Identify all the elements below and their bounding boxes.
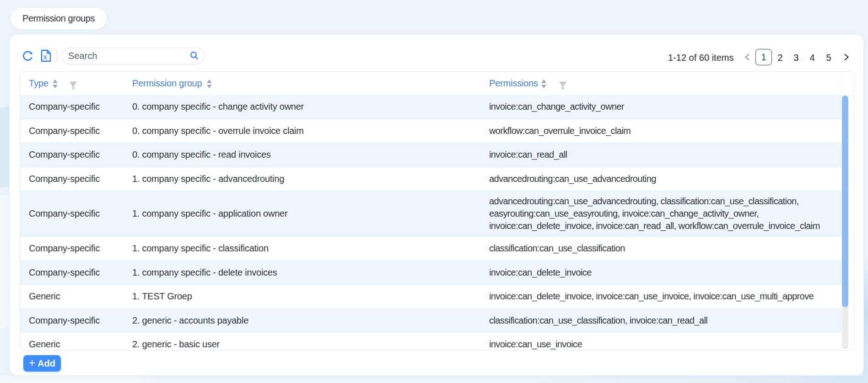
svg-text:x: x	[43, 53, 47, 61]
